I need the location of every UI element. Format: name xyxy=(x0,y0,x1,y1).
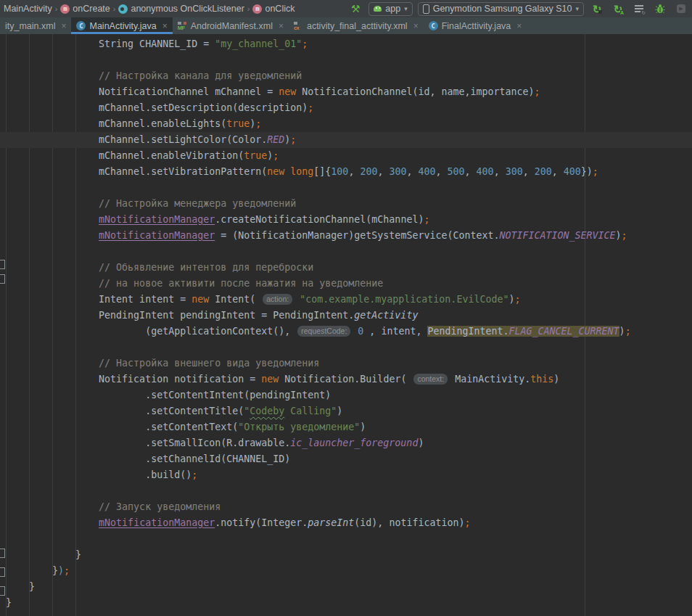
code-line[interactable]: .setContentIntent(pendingIntent) xyxy=(0,387,692,403)
code-token: ; xyxy=(290,134,296,145)
code-token: // Настройка внешнего вида уведомления xyxy=(6,358,319,369)
close-icon[interactable]: × xyxy=(413,21,419,31)
breadcrumb-item-onclick[interactable]: m onClick xyxy=(250,3,297,15)
code-line[interactable]: mChannel.setDescription(description); xyxy=(0,100,692,116)
code-token: RED xyxy=(267,134,284,145)
code-token: }) xyxy=(581,166,593,177)
run-configuration-dropdown[interactable]: app ▾ xyxy=(368,2,412,16)
breadcrumb-item-mainactivity[interactable]: MainActivity xyxy=(1,3,54,15)
chevron-right-icon: › xyxy=(247,4,250,13)
fold-marker[interactable] xyxy=(0,567,5,577)
tab-finalacttivity-java[interactable]: C FinalActtivity.java × xyxy=(424,17,527,34)
code-token: .notify(Integer. xyxy=(215,517,308,528)
code-line[interactable] xyxy=(0,244,692,260)
phone-icon xyxy=(423,4,429,14)
apply-code-changes-button[interactable]: ↻ A xyxy=(610,1,626,16)
fold-marker[interactable] xyxy=(0,586,5,596)
code-editor[interactable]: String CHANNEL_ID = "my_channel_01"; // … xyxy=(0,34,692,616)
code-token: (id), notification) xyxy=(354,517,464,528)
code-token: "com.example.myapplication.EvilCode" xyxy=(300,294,508,305)
code-token: 100 xyxy=(331,166,348,177)
chevron-right-icon: › xyxy=(113,4,116,13)
code-token: .setChannelId(CHANNEL_ID) xyxy=(6,453,290,464)
code-line[interactable]: mNotificationManager.createNotificationC… xyxy=(0,212,692,228)
method-icon: m xyxy=(252,4,262,14)
play-glyph: ▶ xyxy=(679,6,683,12)
code-line[interactable] xyxy=(0,340,692,356)
code-line[interactable]: PendingIntent pendingIntent = PendingInt… xyxy=(0,308,692,324)
code-line[interactable]: .setChannelId(CHANNEL_ID) xyxy=(0,451,692,467)
code-line[interactable]: (getApplicationContext(), requestCode: 0… xyxy=(0,324,692,340)
tab-androidmanifest-xml[interactable]: MF AndroidManifest.xml × xyxy=(173,17,289,34)
code-token: NotificationChannel mChannel = xyxy=(6,86,279,97)
fold-marker[interactable] xyxy=(0,260,5,269)
close-icon[interactable]: × xyxy=(162,21,168,31)
code-line[interactable]: } xyxy=(0,579,692,595)
breadcrumb-item-anonymous-onclicklistener[interactable]: anonymous OnClickListener xyxy=(116,3,246,15)
code-line[interactable]: .setContentTitle("Codeby Calling") xyxy=(0,403,692,419)
device-selector-label: Genymotion Samsung Galaxy S10 xyxy=(433,4,572,14)
code-token: ; xyxy=(625,326,631,337)
java-class-icon: C xyxy=(429,21,438,30)
code-area[interactable]: String CHANNEL_ID = "my_channel_01"; // … xyxy=(0,34,692,611)
code-line[interactable]: Notification notification = new Notifica… xyxy=(0,371,692,387)
code-token: // Настройка менеджера уведомлений xyxy=(6,198,296,209)
code-line[interactable]: // Настройка канала для уведомлений xyxy=(0,68,692,84)
code-line[interactable]: .setSmallIcon(R.drawable.ic_launcher_for… xyxy=(0,435,692,451)
apply-changes-button[interactable]: ↻ xyxy=(589,1,605,16)
breadcrumb-item-oncreate[interactable]: m onCreate xyxy=(58,3,112,15)
code-line[interactable]: }); xyxy=(0,563,692,579)
code-line[interactable]: String CHANNEL_ID = "my_channel_01"; xyxy=(0,36,692,52)
code-line[interactable]: Intent intent = new Intent( action: "com… xyxy=(0,292,692,308)
code-token: context: xyxy=(413,374,448,385)
device-selector-dropdown[interactable]: Genymotion Samsung Galaxy S10 ▾ xyxy=(418,2,584,16)
code-token: ) xyxy=(58,565,64,576)
code-token: ; xyxy=(273,150,279,161)
fold-marker[interactable] xyxy=(0,274,5,284)
code-line[interactable]: .setContentText("Открыть уведомление") xyxy=(0,419,692,435)
code-line[interactable]: // Запуск уведомления xyxy=(0,499,692,515)
close-icon[interactable]: × xyxy=(61,21,66,31)
code-line[interactable]: mChannel.setLightColor(Color.RED); xyxy=(0,132,692,148)
code-line[interactable]: mChannel.setVibrationPattern(new long[]{… xyxy=(0,164,692,180)
attach-debugger-button[interactable] xyxy=(652,1,668,16)
code-token: MainActivity. xyxy=(449,374,530,385)
code-line[interactable] xyxy=(0,483,692,499)
close-icon[interactable]: × xyxy=(516,21,522,31)
code-line[interactable]: // на новое активити после нажатия на ув… xyxy=(0,276,692,292)
code-line[interactable]: // Настройка менеджера уведомлений xyxy=(0,196,692,212)
code-token: 400 xyxy=(477,166,494,177)
fold-marker[interactable] xyxy=(0,549,5,558)
code-line[interactable]: .build(); xyxy=(0,467,692,483)
code-token: mChannel.setDescription(description) xyxy=(6,102,308,113)
hammer-icon: ⚒ xyxy=(351,4,361,14)
code-line[interactable] xyxy=(0,52,692,68)
code-token: long xyxy=(290,166,313,177)
code-line[interactable]: mNotificationManager.notify(Integer.pars… xyxy=(0,515,692,531)
code-line[interactable]: // Настройка внешнего вида уведомления xyxy=(0,356,692,371)
code-token: ; xyxy=(593,166,598,177)
code-line[interactable] xyxy=(0,180,692,196)
code-line[interactable]: mChannel.enableVibration(true); xyxy=(0,148,692,164)
code-line[interactable]: mNotificationManager = (NotificationMana… xyxy=(0,228,692,244)
code-line[interactable]: NotificationChannel mChannel = new Notif… xyxy=(0,84,692,100)
code-line[interactable]: mChannel.enableLights(true); xyxy=(0,116,692,132)
code-token: NOTIFICATION_SERVICE xyxy=(499,230,615,241)
list-button[interactable]: ↻ xyxy=(631,1,647,16)
code-line[interactable]: } xyxy=(0,547,692,563)
code-token: Calling" xyxy=(284,406,337,416)
tab-activity-final-acttivity-xml[interactable]: cx activity_final_acttivity.xml × xyxy=(289,17,424,34)
breadcrumb-label: anonymous OnClickListener xyxy=(131,4,244,14)
code-token: new xyxy=(191,294,209,305)
code-line[interactable]: } xyxy=(0,595,692,611)
code-line[interactable] xyxy=(0,531,692,547)
manifest-file-icon: MF xyxy=(178,21,187,30)
tab-mainactivity-java[interactable]: C MainActivity.java × xyxy=(71,17,172,34)
tab-activity-main-xml[interactable]: ity_main.xml × xyxy=(0,17,71,34)
code-line[interactable]: // Обьявление интентов для переброски xyxy=(0,260,692,276)
build-button[interactable]: ⚒ xyxy=(347,1,363,16)
breadcrumb-label: MainActivity xyxy=(4,4,52,14)
profile-button[interactable]: ▶ xyxy=(673,1,689,16)
close-icon[interactable]: × xyxy=(279,21,284,31)
code-token: ; xyxy=(464,517,470,528)
